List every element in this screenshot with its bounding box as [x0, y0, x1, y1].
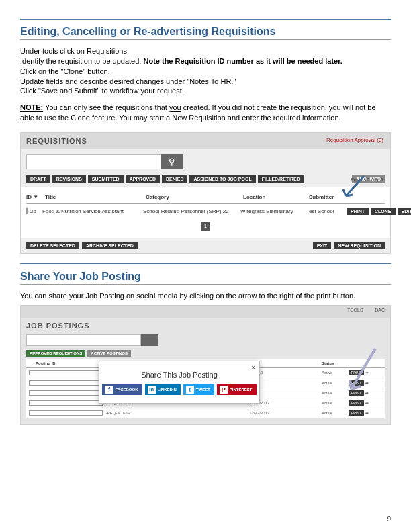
- tab-active-postings[interactable]: ACTIVE POSTINGS: [87, 350, 131, 357]
- twitter-icon: t: [186, 386, 194, 394]
- tab-assigned[interactable]: ASSIGNED TO JOB POOL: [189, 175, 255, 183]
- cell-category: School Related Personnel (SRP) 22: [143, 208, 240, 214]
- clone-button[interactable]: CLONE: [371, 208, 396, 215]
- facebook-button[interactable]: fFACEBOOK: [102, 384, 142, 395]
- ss2-search: [21, 334, 390, 350]
- cell-submitter: Test School: [306, 208, 347, 214]
- pager: 1: [26, 219, 385, 234]
- th-category[interactable]: Category: [146, 194, 243, 200]
- line2: Identify the requisition to be updated. …: [20, 56, 391, 66]
- note-label: NOTE:: [20, 103, 43, 112]
- share-arrow-icon[interactable]: ➦: [365, 410, 375, 416]
- row-checkbox[interactable]: [29, 370, 103, 375]
- ss2-search-button[interactable]: [141, 334, 158, 346]
- back-label[interactable]: BAC: [375, 308, 385, 312]
- cell-title[interactable]: Food & Nutrition Service Assistant: [42, 208, 143, 214]
- search-button[interactable]: ⚲: [161, 154, 183, 169]
- pinterest-button[interactable]: PPINTEREST: [217, 384, 257, 395]
- posting-row: I-REQ-MTI-JR 12/22/2017 Active PRINT➦: [26, 408, 385, 418]
- delete-selected-button[interactable]: DELETE SELECTED: [26, 242, 79, 249]
- line1: Under tools click on Requisitions.: [20, 46, 391, 56]
- line5: Click "Save and Submit" to workflow your…: [20, 86, 391, 96]
- section1-title: Editing, Cancelling or Re-advertising Re…: [20, 26, 391, 40]
- bottom-actions: DELETE SELECTED ARCHIVE SELECTED EXIT NE…: [21, 238, 390, 253]
- ss2-search-input[interactable]: [26, 334, 141, 346]
- modal-title: Share This Job Posting: [105, 371, 254, 379]
- print-button[interactable]: PRINT: [347, 208, 369, 215]
- section2-text: You can share your Job Posting on social…: [20, 292, 391, 300]
- cell-id: 25: [30, 208, 42, 214]
- tab-approved[interactable]: APPROVED: [126, 175, 160, 183]
- row-checkbox[interactable]: [29, 400, 103, 406]
- th-title[interactable]: Title: [45, 194, 146, 200]
- twitter-button[interactable]: tTWEET: [183, 384, 214, 395]
- top-rule: [20, 19, 391, 20]
- row-checkbox[interactable]: [29, 410, 103, 416]
- tab-filled[interactable]: FILLED/RETIRED: [258, 175, 304, 183]
- facebook-icon: f: [105, 386, 113, 394]
- tab-approved-req[interactable]: APPROVED REQUISITIONS: [26, 350, 85, 357]
- ss2-toolbar: TOOLS BAC: [21, 306, 390, 318]
- section2-title: Share Your Job Posting: [20, 271, 391, 285]
- social-buttons: fFACEBOOK inLINKEDIN tTWEET PPINTEREST: [105, 384, 254, 395]
- share-modal: × Share This Job Posting fFACEBOOK inLIN…: [99, 361, 260, 404]
- pinterest-icon: P: [220, 386, 228, 394]
- share-arrow-icon[interactable]: ➦: [365, 400, 375, 406]
- new-requisition-button[interactable]: NEW REQUISITION: [334, 242, 385, 249]
- ss2-tabs: APPROVED REQUISITIONS ACTIVE POSTINGS: [21, 350, 390, 359]
- search-icon: ⚲: [169, 157, 175, 167]
- section1-body: Under tools click on Requisitions. Ident…: [20, 46, 391, 96]
- tab-submitted[interactable]: SUBMITTED: [88, 175, 124, 183]
- table-row: 25 Food & Nutrition Service Assistant Sc…: [26, 204, 385, 219]
- annotation-arrow-2: [343, 346, 381, 400]
- th-location[interactable]: Location: [243, 194, 309, 200]
- close-icon[interactable]: ×: [251, 364, 255, 371]
- line4: Update fields and describe desired chang…: [20, 77, 391, 87]
- cell-location: Wiregrass Elementary: [240, 208, 306, 214]
- job-postings-screenshot: TOOLS BAC JOB POSTINGS APPROVED REQUISIT…: [20, 305, 391, 425]
- page-1[interactable]: 1: [201, 222, 210, 231]
- tools-label[interactable]: TOOLS: [347, 308, 363, 312]
- page-number: 9: [387, 515, 391, 523]
- job-postings-header: JOB POSTINGS: [21, 318, 390, 334]
- archive-selected-button[interactable]: ARCHIVE SELECTED: [82, 242, 138, 249]
- table-header-row: ID ▼ Title Category Location Submitter: [26, 191, 385, 204]
- tab-draft[interactable]: DRAFT: [26, 175, 50, 183]
- annotation-arrow-1: [334, 175, 367, 202]
- row-checkbox[interactable]: [29, 380, 103, 386]
- search-input[interactable]: [26, 154, 161, 169]
- search-bar: ⚲: [21, 149, 390, 175]
- linkedin-icon: in: [148, 386, 156, 394]
- mid-rule: [20, 263, 391, 264]
- row-checkbox[interactable]: [29, 390, 103, 396]
- tab-revisions[interactable]: REVISIONS: [52, 175, 86, 183]
- approval-link[interactable]: Requisition Approval (0): [326, 137, 383, 143]
- edit-button[interactable]: EDIT: [398, 208, 412, 215]
- exit-button[interactable]: EXIT: [313, 242, 332, 249]
- tab-denied[interactable]: DENIED: [162, 175, 187, 183]
- row-checkbox[interactable]: [26, 208, 28, 214]
- line3: Click on the "Clone" button.: [20, 66, 391, 77]
- th-id[interactable]: ID ▼: [26, 194, 45, 200]
- requisitions-screenshot: Requisition Approval (0) REQUISITIONS ⚲ …: [20, 132, 391, 254]
- linkedin-button[interactable]: inLINKEDIN: [145, 384, 181, 395]
- note-block: NOTE: You can only see the requisitions …: [20, 103, 391, 123]
